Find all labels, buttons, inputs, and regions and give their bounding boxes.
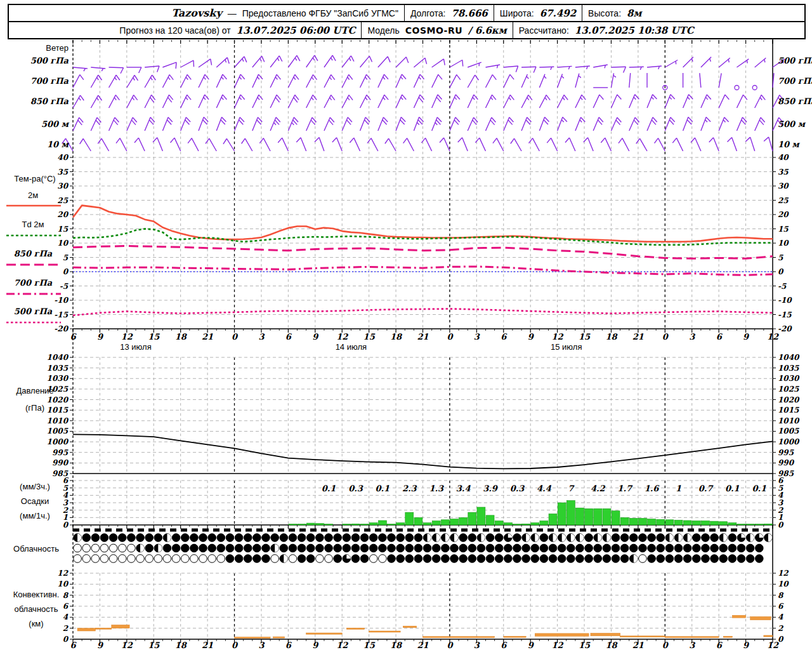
svg-text:1035: 1035: [47, 364, 69, 373]
svg-text:700 гПа: 700 гПа: [778, 76, 812, 86]
forecast-start-time: 13.07.2025 06:00 UTC: [237, 25, 356, 36]
header-divider: [494, 5, 494, 21]
header-divider: [582, 5, 582, 21]
svg-text:4: 4: [63, 613, 69, 621]
svg-text:12: 12: [336, 640, 348, 650]
forecast-prefix: Прогноз на 120 часа(ов) от: [119, 25, 230, 36]
svg-text:Осадки: Осадки: [21, 496, 49, 506]
svg-text:2м: 2м: [28, 190, 38, 200]
wind-row-700гПа: [73, 73, 774, 90]
svg-text:0: 0: [662, 332, 669, 342]
svg-text:18: 18: [175, 332, 188, 342]
svg-text:13 июля: 13 июля: [120, 342, 151, 352]
svg-text:9: 9: [528, 640, 535, 650]
svg-text:40: 40: [57, 153, 69, 162]
svg-text:(мм/3ч.): (мм/3ч.): [20, 482, 50, 491]
svg-text:-20: -20: [778, 324, 792, 333]
svg-text:6: 6: [63, 602, 69, 611]
svg-text:14 июля: 14 июля: [336, 342, 367, 352]
svg-text:1005: 1005: [47, 427, 69, 435]
svg-text:15: 15: [148, 332, 160, 342]
header-row-station: Tazovsky — Предоставлено ФГБУ "ЗапСиб УГ…: [9, 5, 804, 22]
svg-text:4: 4: [778, 613, 783, 621]
svg-text:10: 10: [778, 239, 789, 248]
svg-text:1015: 1015: [778, 406, 799, 415]
svg-text:6: 6: [70, 640, 77, 650]
convective-panel: [77, 615, 773, 638]
svg-text:3: 3: [258, 640, 265, 650]
svg-text:40: 40: [778, 153, 789, 162]
svg-text:9: 9: [528, 332, 535, 342]
svg-text:12: 12: [121, 332, 133, 342]
svg-text:1025: 1025: [778, 385, 799, 394]
svg-text:1015: 1015: [47, 406, 69, 415]
svg-text:15: 15: [579, 332, 591, 342]
svg-text:0: 0: [63, 267, 69, 276]
svg-text:облачность: облачность: [14, 604, 58, 614]
svg-text:15 июля: 15 июля: [551, 342, 582, 352]
svg-text:6: 6: [778, 602, 784, 611]
svg-text:3.4: 3.4: [456, 484, 471, 493]
svg-text:995: 995: [778, 448, 794, 457]
header-row-forecast: Прогноз на 120 часа(ов) от 13.07.2025 06…: [9, 22, 804, 38]
svg-text:21: 21: [632, 332, 644, 342]
wind-row-850гПа: [73, 95, 783, 108]
model-resolution: / 6.6км: [468, 25, 507, 36]
svg-text:500 гПа: 500 гПа: [778, 56, 812, 65]
header-divider: [361, 22, 362, 38]
svg-text:Облачность: Облачность: [13, 544, 59, 554]
svg-text:3: 3: [689, 332, 695, 342]
svg-text:1.3: 1.3: [429, 484, 444, 493]
svg-text:Тем-ра(°C): Тем-ра(°C): [14, 174, 55, 183]
svg-text:1010: 1010: [47, 416, 69, 425]
svg-text:3: 3: [258, 332, 265, 342]
svg-text:12: 12: [767, 640, 779, 650]
svg-text:21: 21: [632, 640, 644, 650]
svg-text:0.1: 0.1: [376, 484, 390, 493]
svg-text:990: 990: [52, 458, 69, 467]
svg-text:0: 0: [778, 521, 784, 529]
svg-text:9: 9: [97, 332, 104, 342]
wind-row-10м: [62, 137, 773, 151]
svg-text:850 гПа: 850 гПа: [14, 249, 53, 258]
conv-y-axis: 121210108866442200: [57, 569, 789, 644]
svg-text:18: 18: [390, 640, 403, 650]
svg-text:15: 15: [579, 640, 591, 650]
svg-text:3: 3: [689, 640, 695, 650]
svg-text:1020: 1020: [778, 395, 800, 404]
svg-text:4.4: 4.4: [537, 484, 552, 493]
svg-text:21: 21: [417, 332, 428, 342]
svg-text:1: 1: [676, 484, 681, 493]
svg-text:21: 21: [202, 332, 213, 342]
svg-text:990: 990: [778, 458, 795, 467]
svg-text:18: 18: [605, 332, 618, 342]
svg-text:6: 6: [501, 640, 508, 650]
model-name: COSMO-RU: [405, 25, 462, 36]
svg-text:12: 12: [767, 332, 779, 342]
svg-text:-15: -15: [778, 310, 792, 319]
svg-text:0: 0: [232, 332, 239, 342]
svg-text:1030: 1030: [778, 374, 800, 383]
pressure-y-axis: 1040104010351035103010301025102510201020…: [47, 353, 800, 478]
svg-text:35: 35: [57, 168, 68, 176]
svg-text:850 гПа: 850 гПа: [778, 96, 812, 106]
svg-text:10 м: 10 м: [778, 140, 801, 149]
svg-text:5: 5: [778, 253, 783, 262]
svg-text:2: 2: [63, 624, 69, 633]
svg-text:1000: 1000: [47, 437, 69, 446]
svg-text:12: 12: [552, 640, 564, 650]
svg-text:9: 9: [97, 640, 104, 650]
svg-text:500 м: 500 м: [41, 119, 70, 129]
svg-text:6: 6: [716, 332, 723, 342]
svg-text:0: 0: [778, 635, 784, 644]
svg-text:0: 0: [232, 640, 239, 650]
calc-time: 13.07.2025 10:38 UTC: [575, 25, 694, 36]
svg-text:15: 15: [778, 225, 789, 234]
svg-text:35: 35: [778, 168, 789, 176]
altitude-value: 8м: [627, 8, 641, 19]
svg-text:18: 18: [175, 640, 188, 650]
wind-row-500м: [73, 117, 783, 131]
svg-text:2: 2: [778, 624, 784, 633]
svg-text:1005: 1005: [778, 427, 799, 435]
svg-text:10 м: 10 м: [47, 140, 70, 149]
